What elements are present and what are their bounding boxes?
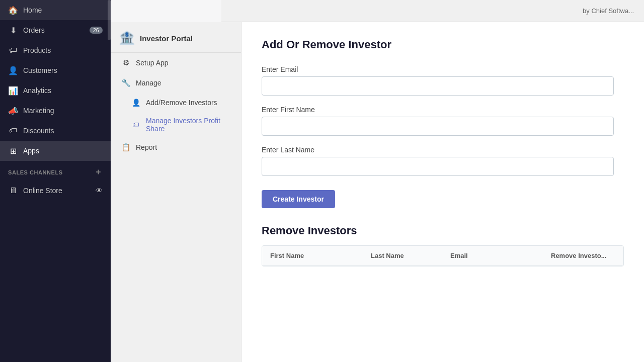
email-label: Enter Email: [262, 65, 624, 73]
sidebar-item-label: Discounts: [23, 127, 54, 135]
middle-nav: 🏦 Investor Portal ⚙ Setup App 🔧 Manage 👤…: [111, 22, 242, 362]
main-content: Add Or Remove Investor Enter Email Enter…: [242, 22, 644, 362]
sidebar-item-label: Customers: [23, 66, 57, 74]
analytics-icon: 📊: [8, 85, 18, 96]
last-name-input[interactable]: [262, 157, 614, 176]
page-title: Add Or Remove Investor: [262, 38, 624, 51]
customers-icon: 👤: [8, 65, 18, 75]
col-first-name: First Name: [262, 246, 363, 265]
sidebar-item-label: Apps: [23, 147, 39, 155]
sidebar-item-label: Orders: [23, 26, 45, 34]
add-sales-channel-icon[interactable]: ＋: [94, 167, 103, 177]
first-name-input[interactable]: [262, 117, 614, 136]
create-investor-button[interactable]: Create Investor: [262, 190, 335, 208]
nav-label: Report: [136, 143, 157, 151]
sidebar-item-home[interactable]: 🏠 Home: [0, 0, 111, 20]
sidebar-item-customers[interactable]: 👤 Customers: [0, 60, 111, 80]
first-name-label: Enter First Name: [262, 106, 624, 114]
sidebar: 🏠 Home ⬇ Orders 26 🏷 Products 👤 Customer…: [0, 0, 111, 362]
gear-icon: ⚙: [121, 58, 131, 68]
first-name-group: Enter First Name: [262, 106, 624, 136]
nav-report[interactable]: 📋 Report: [111, 137, 241, 157]
discounts-icon: 🏷: [8, 126, 18, 136]
sidebar-item-discounts[interactable]: 🏷 Discounts: [0, 121, 111, 141]
sidebar-item-label: Marketing: [23, 107, 54, 115]
email-group: Enter Email: [262, 65, 624, 96]
content-wrapper: 🏦 Investor Portal ⚙ Setup App 🔧 Manage 👤…: [111, 22, 644, 362]
online-store-icon: 🖥: [8, 186, 18, 196]
nav-setup-app[interactable]: ⚙ Setup App: [111, 53, 241, 73]
sidebar-item-marketing[interactable]: 📣 Marketing: [0, 101, 111, 121]
last-name-group: Enter Last Name: [262, 146, 624, 176]
apps-icon: ⊞: [8, 146, 18, 156]
products-icon: 🏷: [8, 45, 18, 55]
wrench-icon: 🔧: [121, 78, 131, 88]
sidebar-item-orders[interactable]: ⬇ Orders 26: [0, 20, 111, 40]
sidebar-item-label: Online Store: [23, 187, 62, 195]
table-header: First Name Last Name Email Remove Invest…: [262, 246, 623, 266]
report-icon: 📋: [121, 142, 131, 152]
global-header: by Chief Softwa...: [221, 0, 644, 22]
nav-manage[interactable]: 🔧 Manage: [111, 73, 241, 93]
nav-add-remove-investors[interactable]: 👤 Add/Remove Investors: [111, 93, 241, 112]
investor-portal-icon: 🏦: [119, 30, 135, 46]
nav-label: Add/Remove Investors: [146, 99, 217, 107]
orders-icon: ⬇: [8, 25, 18, 35]
col-last-name: Last Name: [363, 246, 442, 265]
sidebar-item-analytics[interactable]: 📊 Analytics: [0, 80, 111, 101]
remove-section: Remove Investors First Name Last Name Em…: [262, 224, 624, 266]
sidebar-item-products[interactable]: 🏷 Products: [0, 40, 111, 60]
home-icon: 🏠: [8, 5, 18, 15]
orders-badge: 26: [90, 27, 103, 34]
investors-table: First Name Last Name Email Remove Invest…: [262, 245, 624, 266]
sidebar-item-label: Products: [23, 46, 51, 54]
sales-channels-section: SALES CHANNELS ＋: [0, 161, 111, 180]
col-remove: Remove Investo...: [543, 246, 623, 265]
last-name-label: Enter Last Name: [262, 146, 624, 154]
col-email: Email: [442, 246, 543, 265]
nav-label: Manage Investors Profit Share: [146, 117, 231, 133]
nav-manage-profit-share[interactable]: 🏷 Manage Investors Profit Share: [111, 112, 241, 137]
email-input[interactable]: [262, 76, 614, 96]
nav-label: Setup App: [136, 59, 169, 67]
sidebar-item-label: Home: [23, 6, 42, 14]
sidebar-item-label: Analytics: [23, 86, 51, 95]
nav-label: Manage: [136, 79, 162, 87]
app-header-bar: 🏦 Investor Portal: [111, 26, 241, 53]
sidebar-item-apps[interactable]: ⊞ Apps: [0, 141, 111, 161]
marketing-icon: 📣: [8, 106, 18, 116]
app-title: Investor Portal: [140, 34, 193, 43]
sidebar-item-online-store[interactable]: 🖥 Online Store 👁: [0, 180, 111, 201]
by-text: by Chief Softwa...: [583, 7, 634, 15]
sales-channels-label: SALES CHANNELS: [8, 169, 63, 175]
person-icon: 👤: [131, 98, 141, 108]
eye-icon[interactable]: 👁: [96, 187, 103, 195]
tag-icon: 🏷: [131, 120, 141, 130]
remove-title: Remove Investors: [262, 224, 624, 237]
